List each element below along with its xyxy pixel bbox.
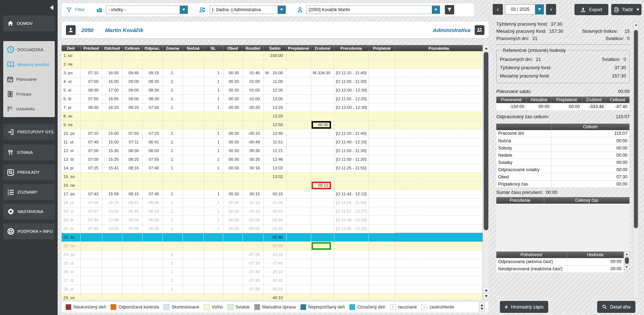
- table-row[interactable]: 13. št07:0015:2508:2507:551.100:3000:251…: [62, 155, 483, 164]
- standby-label: Neodpracovaná (neaktívna časť): [496, 265, 567, 272]
- cell-prerusenia: [334, 276, 368, 285]
- sidebar-item-strava[interactable]: STRAVA: [3, 145, 55, 160]
- table-row[interactable]: 23. ne-02:40: [62, 241, 483, 250]
- cell-poznamka: [395, 120, 483, 129]
- reference-values-title: Referenčné (zmluvné) hodnoty: [501, 48, 567, 53]
- cell-sl: [204, 60, 223, 68]
- table-row[interactable]: 29. so-40:10: [62, 293, 483, 300]
- dropdown-arrow-button[interactable]: [432, 6, 440, 14]
- table-row[interactable]: 4. ut07:0016:0009:0008:301.100:3001:0011…: [62, 77, 483, 86]
- department-badge-icon[interactable]: [475, 25, 484, 35]
- sidebar-item-pristupy[interactable]: Prístupy: [3, 86, 55, 101]
- panel-scrollbar[interactable]: [633, 22, 639, 298]
- scroll-up-button-2[interactable]: [483, 287, 489, 293]
- sidebar-item-prehlady[interactable]: PREHĽADY: [3, 164, 55, 180]
- sidebar-item-domov[interactable]: DOMOV: [3, 15, 55, 31]
- table-row[interactable]: 10. po07:1015:0007:5007:201.100:30-00:10…: [62, 129, 483, 138]
- cell-prerusenia: [334, 293, 368, 300]
- sidebar-item-pristupovy-sys[interactable]: PRÍSTUPOVÝ SYS.: [3, 124, 55, 140]
- month-selector[interactable]: 03 / 2025: [505, 4, 544, 14]
- cell-obed: [223, 181, 242, 190]
- table-row[interactable]: 9. ne12:5000:30: [62, 120, 483, 129]
- sidebar-item-uzavierka[interactable]: Uzávierka: [3, 101, 55, 116]
- scroll-up-button[interactable]: [633, 22, 639, 28]
- department-dropdown[interactable]: - všetky -: [106, 5, 188, 14]
- next-month-button[interactable]: ›: [546, 4, 556, 15]
- cell-sl: [204, 267, 223, 276]
- table-row[interactable]: 11. ut07:4915:0007:1106:411.100:30-00:49…: [62, 138, 483, 146]
- cell-celkom: 09:00: [122, 94, 142, 103]
- legend-swatch: [349, 304, 355, 310]
- gear-icon: [7, 208, 14, 215]
- table-row[interactable]: 8. so13:20: [62, 112, 483, 120]
- cell-priplatok: [368, 164, 395, 172]
- scroll-up-button[interactable]: [483, 45, 489, 51]
- table-row[interactable]: 16. ne00:12: [62, 181, 483, 190]
- table-row[interactable]: 6. št07:5516:5509:0008:301.100:3001:0013…: [62, 94, 483, 103]
- table-scrollbar[interactable]: [483, 45, 489, 300]
- cell-rozdiel: [242, 233, 263, 241]
- cell-odprac: 08:30: [142, 94, 162, 103]
- cell-celkom: [122, 120, 142, 129]
- scroll-down-button[interactable]: [624, 265, 630, 270]
- sidebar-item-podpora-info[interactable]: PODPORA + INFO: [3, 223, 55, 239]
- scroll-down-button[interactable]: [483, 293, 489, 299]
- table-row[interactable]: 2. ne: [62, 60, 483, 68]
- cell-prichod: [80, 276, 102, 285]
- legend-scroll-spinner[interactable]: [479, 302, 485, 312]
- sidebar-collapse-button[interactable]: [48, 4, 55, 11]
- bulk-entry-button[interactable]: + Hromadný zápis: [500, 301, 548, 313]
- table-row[interactable]: 27. št1.-07:30-32:40: [62, 276, 483, 285]
- employee-dropdown[interactable]: [2050] Kováčik Martin: [306, 5, 440, 14]
- sidebar-item-dochadzka[interactable]: DOCHÁDZKA: [3, 42, 55, 57]
- day-detail-button[interactable]: Detail dňa: [597, 301, 635, 313]
- table-row[interactable]: 24. po1.-07:30-10:10: [62, 250, 483, 259]
- cell-zrusene: [311, 293, 334, 300]
- cell-saldo: 11:51: [263, 138, 286, 146]
- cell-prerusenia: [334, 172, 368, 181]
- sidebar-item-nastavenia[interactable]: NASTAVENIA: [3, 204, 55, 219]
- scrollbar-thumb[interactable]: [625, 257, 629, 264]
- table-row[interactable]: 25. ut1.-07:30-17:40: [62, 259, 483, 267]
- table-row[interactable]: 3. po07:1016:5509:4509:151.100:3001:45M1…: [62, 68, 483, 77]
- table-row[interactable]: 18. ut07:0416:1909:1508:451.100:3001:150…: [62, 198, 483, 207]
- export-button[interactable]: Export: [574, 4, 608, 15]
- print-button[interactable]: Tlačiť: [611, 4, 641, 15]
- print-dropdown-caret[interactable]: [636, 9, 639, 11]
- scrollbar-thumb[interactable]: [484, 52, 488, 230]
- table-row[interactable]: 20. št07:4813:4806:0005:301.100:30-02:00…: [62, 216, 483, 224]
- cell-sl: [204, 233, 223, 241]
- dropdown-arrow-button[interactable]: [278, 6, 286, 14]
- apply-filter-button[interactable]: [445, 5, 454, 14]
- table-row[interactable]: 28. pi1.-07:30-40:10: [62, 285, 483, 293]
- standby-scrollbar[interactable]: [624, 252, 630, 273]
- cell-poznamka: [395, 241, 483, 250]
- table-row[interactable]: 26. st1.-07:30-25:10: [62, 267, 483, 276]
- table-row[interactable]: 5. st08:0017:0009:0008:301.100:3001:0012…: [62, 86, 483, 94]
- sidebar-item-zoznamy[interactable]: 123 ZOZNAMY: [3, 184, 55, 200]
- month-dropdown-arrow[interactable]: [535, 4, 544, 14]
- table-row[interactable]: 12. st07:0015:3008:3008:001.100:3000:301…: [62, 146, 483, 155]
- sidebar-item-mesacny-prehlad[interactable]: Mesačný prehľad: [3, 57, 55, 72]
- table-row[interactable]: 1. so-150:00: [62, 51, 483, 60]
- scroll-up-button[interactable]: [624, 252, 630, 257]
- cell-poznamka: [395, 190, 483, 198]
- table-row[interactable]: 17. po07:4315:5808:1507:451.100:3000:150…: [62, 190, 483, 198]
- cell-obed: [223, 259, 242, 267]
- scrollbar-thumb[interactable]: [634, 30, 638, 228]
- cell-zrusene: [311, 190, 334, 198]
- table-row[interactable]: 21. pi07:4514:5007:0506:351.100:30-00:55…: [62, 224, 483, 233]
- cell-prichod: 07:00: [80, 77, 102, 86]
- table-row[interactable]: 7. pi08:0016:2008:2007:501.100:3000:2013…: [62, 103, 483, 112]
- dropdown-arrow-button[interactable]: [180, 6, 188, 14]
- table-row[interactable]: 15. so13:02: [62, 172, 483, 181]
- table-row[interactable]: 22. so-02:40: [62, 233, 483, 241]
- cell-nocna: [183, 259, 204, 267]
- table-row[interactable]: 14. pi07:2515:4108:1607:461.100:3000:161…: [62, 164, 483, 172]
- previous-month-button[interactable]: ‹: [493, 4, 503, 15]
- group-dropdown[interactable]: [- žiadna -] Administratíva: [210, 5, 286, 14]
- table-row[interactable]: 19. st07:5714:4206:4506:151.100:30-01:15…: [62, 207, 483, 216]
- sidebar-item-planovanie[interactable]: Plánovanie: [3, 72, 55, 86]
- cell-zmena: 1.: [162, 198, 183, 207]
- triangle-up-icon: [480, 304, 483, 306]
